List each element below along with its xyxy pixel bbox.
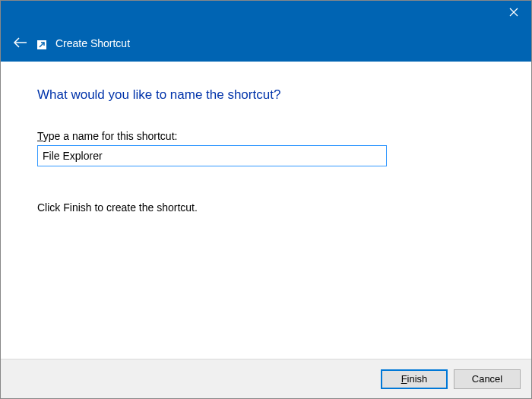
finish-button[interactable]: Finish bbox=[381, 369, 448, 389]
instruction-text: Click Finish to create the shortcut. bbox=[37, 201, 495, 214]
page-heading: What would you like to name the shortcut… bbox=[37, 87, 495, 103]
dialog-footer: Finish Cancel bbox=[1, 359, 531, 398]
close-icon bbox=[509, 8, 518, 17]
close-button[interactable] bbox=[496, 1, 531, 24]
back-button[interactable] bbox=[13, 37, 28, 51]
window-title: Create Shortcut bbox=[55, 37, 130, 49]
wizard-content: What would you like to name the shortcut… bbox=[1, 62, 531, 214]
back-arrow-icon bbox=[13, 37, 28, 48]
cancel-button[interactable]: Cancel bbox=[454, 369, 521, 389]
shortcut-icon bbox=[37, 40, 46, 49]
shortcut-name-input[interactable] bbox=[37, 145, 387, 166]
name-field-label: Type a name for this shortcut: bbox=[37, 130, 495, 142]
titlebar: Create Shortcut bbox=[1, 1, 531, 62]
